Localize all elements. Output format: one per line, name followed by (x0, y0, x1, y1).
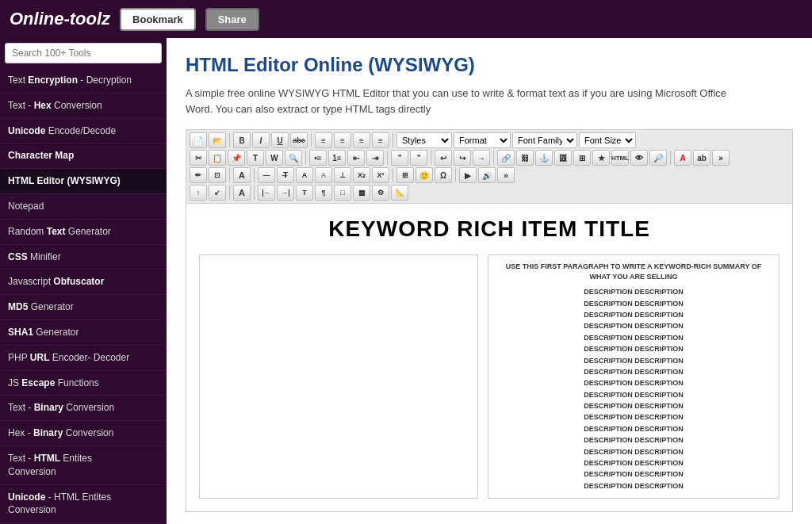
tb-font-size-select[interactable]: Font Size (579, 132, 636, 148)
tb-copy[interactable]: 📋 (209, 150, 226, 166)
tb-r4-2[interactable]: ↙ (209, 185, 226, 201)
tb-select-all[interactable]: ⊡ (209, 167, 226, 183)
tb-special2[interactable]: Ω (435, 167, 452, 183)
tb-right[interactable]: → (473, 150, 490, 166)
tb-superscript[interactable]: X² (372, 167, 389, 183)
tb-more2[interactable]: » (497, 167, 515, 183)
tb-blockquote[interactable]: " (391, 150, 408, 166)
tb-r4-1[interactable]: ↑ (190, 185, 207, 201)
tb-r4-4[interactable]: |← (258, 185, 275, 201)
tb-strikethrough[interactable]: abc (290, 132, 308, 148)
tb-cut[interactable]: ✂ (190, 150, 207, 166)
tb-bg-color[interactable]: ab (693, 150, 710, 166)
tb-edit-source[interactable]: ✏ (190, 167, 207, 183)
sidebar-item-hex-binary[interactable]: Hex - Binary Conversion (0, 421, 167, 446)
sidebar-item-php-url[interactable]: PHP URL Encoder- Decoder (0, 346, 167, 371)
tb-font-color[interactable]: A (674, 150, 691, 166)
sidebar-item-unicode[interactable]: Unicode Encode/Decode (0, 119, 167, 144)
doc-left-panel (199, 254, 478, 499)
tb-paste-word[interactable]: W (266, 150, 283, 166)
tb-pagebreak[interactable]: ⊥ (334, 167, 351, 183)
tb-bold[interactable]: B (233, 132, 251, 148)
tb-bullet-list[interactable]: •≡ (309, 150, 327, 166)
editor-content[interactable]: KEYWORD RICH ITEM TITLE USE THIS FIRST P… (186, 204, 792, 511)
tb-remove-format[interactable]: T̶ (277, 167, 294, 183)
tb-r4-3[interactable]: A (233, 185, 251, 201)
sidebar-item-js-escape[interactable]: JS Escape Functions (0, 371, 167, 396)
tb-r4-6[interactable]: T (296, 185, 313, 201)
tb-r4-11[interactable]: 📐 (391, 185, 408, 201)
tb-table2[interactable]: ⊞ (396, 167, 414, 183)
sidebar-item-character-map[interactable]: Character Map (0, 143, 167, 169)
tb-subscript[interactable]: X₂ (353, 167, 370, 183)
tb-italic[interactable]: I (252, 132, 270, 148)
sidebar-item-text-encryption[interactable]: Text Encryption - Decryption (0, 68, 167, 94)
tb-redo[interactable]: ↪ (454, 150, 471, 166)
sidebar-item-notepad[interactable]: Notepad (0, 194, 167, 220)
description-line: DESCRIPTION DESCRIPTION (495, 320, 772, 331)
tb-font-family-select[interactable]: Font Family (512, 132, 577, 148)
bookmark-button[interactable]: Bookmark (120, 8, 196, 31)
tb-sep-7 (493, 151, 494, 165)
tb-outdent[interactable]: ⇤ (347, 150, 365, 166)
document-body: USE THIS FIRST PARAGRAPH TO WRITE A KEYW… (199, 254, 779, 499)
sidebar-item-text-hex[interactable]: Text - Hex Conversion (0, 94, 167, 119)
tb-style-a2[interactable]: A (315, 167, 332, 183)
tb-r4-8[interactable]: □ (334, 185, 351, 201)
tb-special[interactable]: ★ (592, 150, 610, 166)
description-line: DESCRIPTION DESCRIPTION (495, 343, 772, 354)
tb-source[interactable]: HTML (611, 150, 629, 166)
tb-link[interactable]: 🔗 (497, 150, 515, 166)
tb-table[interactable]: ⊞ (573, 150, 591, 166)
description-line: DESCRIPTION DESCRIPTION (495, 423, 772, 434)
search-input[interactable] (5, 43, 162, 63)
sidebar-item-sha1[interactable]: SHA1 Generator (0, 320, 167, 346)
sidebar-item-text-binary[interactable]: Text - Binary Conversion (0, 396, 167, 421)
tb-anchor[interactable]: ⚓ (535, 150, 553, 166)
tb-vol[interactable]: 🔊 (478, 167, 496, 183)
tb-find[interactable]: 🔍 (285, 150, 302, 166)
sidebar-item-random-text[interactable]: Random Text Generator (0, 220, 167, 245)
tb-indent[interactable]: ⇥ (366, 150, 384, 166)
tb-number-list[interactable]: 1≡ (328, 150, 346, 166)
tb-justify[interactable]: ≡ (372, 132, 389, 148)
description-line: DESCRIPTION DESCRIPTION (495, 411, 772, 423)
share-button[interactable]: Share (205, 8, 259, 31)
tb-more[interactable]: » (712, 150, 730, 166)
tb-smiley[interactable]: 🙂 (416, 167, 433, 183)
sidebar-item-js-obfuscator[interactable]: Javascript Obfuscator (0, 270, 167, 295)
tb-sep-10 (254, 168, 255, 182)
tb-align-right[interactable]: ≡ (353, 132, 370, 148)
tb-undo[interactable]: ↩ (435, 150, 452, 166)
tb-sep-12 (455, 168, 456, 182)
tb-r4-7[interactable]: ¶ (315, 185, 332, 201)
tb-zoom[interactable]: 🔎 (649, 150, 667, 166)
tb-r4-5[interactable]: →| (277, 185, 294, 201)
description-line: DESCRIPTION DESCRIPTION (495, 366, 772, 377)
tb-hr[interactable]: — (258, 167, 275, 183)
tb-r4-9[interactable]: ▦ (353, 185, 370, 201)
sidebar-item-text-html[interactable]: Text - HTML EntitesConversion (0, 446, 167, 485)
tb-align-center[interactable]: ≡ (334, 132, 351, 148)
tb-paste[interactable]: 📌 (228, 150, 245, 166)
tb-unlink[interactable]: ⛓ (516, 150, 534, 166)
tb-blockquote2[interactable]: " (410, 150, 427, 166)
tb-styles-select[interactable]: Styles (396, 132, 452, 148)
description-line: DESCRIPTION DESCRIPTION (495, 400, 772, 411)
sidebar-item-html-editor[interactable]: HTML Editor (WYSIWYG) (0, 169, 167, 194)
tb-align-left[interactable]: ≡ (315, 132, 332, 148)
tb-r4-10[interactable]: ⚙ (372, 185, 389, 201)
tb-format-select[interactable]: Format (454, 132, 511, 148)
tb-new-doc[interactable]: 📄 (190, 132, 207, 148)
tb-open[interactable]: 📂 (209, 132, 226, 148)
tb-image[interactable]: 🖼 (554, 150, 572, 166)
sidebar-item-unicode-html[interactable]: Unicode - HTML EntitesConversion (0, 485, 167, 524)
tb-media[interactable]: ▶ (459, 167, 477, 183)
tb-paste-plain[interactable]: T (247, 150, 264, 166)
tb-style-a[interactable]: A (296, 167, 313, 183)
tb-font-a[interactable]: A (233, 167, 251, 183)
tb-preview[interactable]: 👁 (630, 150, 648, 166)
tb-underline[interactable]: U (271, 132, 289, 148)
sidebar-item-css-minifier[interactable]: CSS Minifier (0, 245, 167, 270)
sidebar-item-md5[interactable]: MD5 Generator (0, 295, 167, 320)
